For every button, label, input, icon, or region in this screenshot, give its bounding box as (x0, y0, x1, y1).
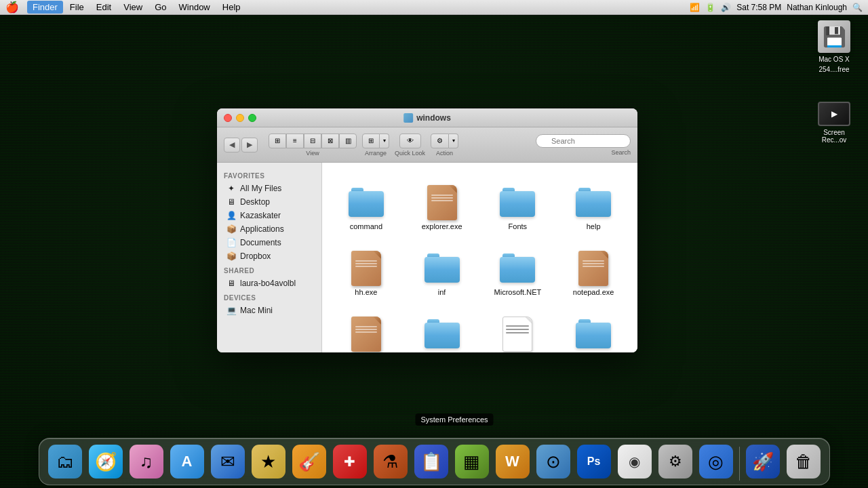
dock-finder[interactable]: 🗂 Finder (46, 443, 84, 481)
search-input[interactable] (536, 134, 631, 148)
clips-dock-icon: 📋 (414, 445, 448, 479)
dock-appstore[interactable]: A App Store (168, 443, 206, 481)
column-view-button[interactable]: ⊟ (304, 134, 321, 148)
file-hh-exe[interactable]: hh.exe (329, 235, 403, 300)
help-icon (576, 185, 611, 220)
quicklook-button[interactable]: 👁 (399, 134, 421, 148)
back-button[interactable]: ◀ (224, 138, 240, 152)
dock-photoshop[interactable]: Ps Photoshop (575, 443, 613, 481)
window-title: windows (403, 113, 451, 123)
sidebar-item-laura[interactable]: 🖥 laura-bo4avolbl (220, 277, 319, 290)
dock-ilife[interactable]: ★ iLife (250, 443, 288, 481)
sidebar-label-documents: Documents (240, 238, 281, 247)
sidebar-item-applications[interactable]: 📦 Applications (220, 222, 319, 236)
command-label: command (350, 222, 382, 231)
finder-titlebar: windows (217, 108, 637, 127)
appstore-dock-icon: A (170, 445, 204, 479)
arrange-section: ⊞ ▾ Arrange (362, 134, 389, 157)
action-button-split: ⚙ ▾ (431, 134, 458, 148)
disk-name: Mac OS X (818, 56, 850, 63)
menu-window[interactable]: Window (174, 1, 216, 14)
sidebar-item-kazaskater[interactable]: 👤 Kazaskater (220, 209, 319, 222)
menu-help[interactable]: Help (217, 1, 246, 14)
apple-menu[interactable]: 🍎 (5, 1, 19, 14)
dock-trash[interactable]: 🗑 Trash (785, 443, 823, 481)
file-explorer-exe[interactable]: explorer.exe (405, 169, 479, 234)
arrange-button[interactable]: ⊞ (362, 134, 380, 148)
menu-edit[interactable]: Edit (91, 1, 117, 14)
file-system32[interactable]: system32 (556, 301, 631, 352)
sidebar-item-mac-mini[interactable]: 💻 Mac Mini (220, 304, 319, 317)
file-notepad-exe[interactable]: notepad.exe (556, 235, 631, 300)
menu-go[interactable]: Go (149, 1, 172, 14)
sidebar-label-applications: Applications (240, 224, 284, 234)
dock-proxy[interactable]: ◎ Proxy (697, 443, 735, 481)
icon-view-button[interactable]: ⊞ (269, 134, 286, 148)
window-controls (224, 114, 256, 122)
applications-icon: 📦 (226, 224, 236, 234)
disk-icon-container[interactable]: 💾 Mac OS X 254....free (814, 20, 854, 73)
dock-fourcorners[interactable]: ✚ FourCorners (331, 443, 369, 481)
list-view-button[interactable]: ≡ (286, 134, 304, 148)
dock-container: 🗂 Finder 🧭 Safari ♫ iTunes A App Store ✉… (0, 427, 868, 488)
extra-view-button[interactable]: ▥ (339, 134, 357, 148)
maximize-button[interactable] (248, 114, 256, 122)
minimize-button[interactable] (236, 114, 244, 122)
steam-dock-icon: ⊙ (536, 445, 570, 479)
file-command[interactable]: command (329, 169, 403, 234)
dock-minecraft[interactable]: ▦ Minecraft (453, 443, 491, 481)
finder-sidebar: FAVORITES ✦ All My Files 🖥 Desktop 👤 Kaz… (217, 163, 322, 352)
system-ini-icon (500, 317, 535, 352)
action-dropdown[interactable]: ▾ (449, 134, 458, 148)
arrange-dropdown[interactable]: ▾ (380, 134, 389, 148)
disk-icon: 💾 (818, 20, 850, 53)
dock-safari[interactable]: 🧭 Safari (87, 443, 125, 481)
sidebar-item-desktop[interactable]: 🖥 Desktop (220, 195, 319, 209)
dock-unity[interactable]: ◉ Unity (616, 443, 654, 481)
file-inf[interactable]: inf (405, 235, 479, 300)
file-fonts[interactable]: Fonts (481, 169, 555, 234)
script-dock-icon: ⚗ (374, 445, 408, 479)
dock: 🗂 Finder 🧭 Safari ♫ iTunes A App Store ✉… (39, 438, 830, 485)
forward-button[interactable]: ▶ (241, 138, 258, 152)
wow-dock-icon: W (496, 445, 530, 479)
dock-script[interactable]: ⚗ Script Editor (372, 443, 410, 481)
shared-computer-icon: 🖥 (226, 279, 236, 288)
menu-view[interactable]: View (118, 1, 148, 14)
action-button[interactable]: ⚙ (431, 134, 449, 148)
spotlight-icon[interactable]: 🔍 (852, 3, 863, 12)
screenrec-container[interactable]: Screen Rec...ov (814, 102, 854, 144)
dock-steam[interactable]: ⊙ Steam (534, 443, 572, 481)
dock-clips[interactable]: 📋 Clips (412, 443, 450, 481)
dock-itunes[interactable]: ♫ iTunes (127, 443, 165, 481)
file-system-ini[interactable]: system.ini (481, 301, 555, 352)
regedit-exe-icon (349, 317, 384, 352)
dock-mail[interactable]: ✉ Mail (209, 443, 247, 481)
menu-file[interactable]: File (64, 1, 90, 14)
dock-wow[interactable]: W World of Warcraft (494, 443, 532, 481)
menu-finder[interactable]: Finder (27, 1, 63, 14)
notepad-exe-label: notepad.exe (573, 288, 614, 297)
garageband-dock-icon: 🎸 (292, 445, 326, 479)
sidebar-item-documents[interactable]: 📄 Documents (220, 236, 319, 249)
close-button[interactable] (224, 114, 232, 122)
file-regedit-exe[interactable]: regedit.exe (329, 301, 403, 352)
file-microsoft-net[interactable]: Microsoft.NET (481, 235, 555, 300)
dock-sysprefs[interactable]: ⚙ System Preferences (656, 443, 694, 481)
window-folder-icon (403, 113, 413, 123)
dock-launchpad[interactable]: 🚀 Launchpad (744, 443, 782, 481)
quicklook-section: 👁 Quick Look (395, 134, 425, 157)
notepad-exe-icon (576, 251, 611, 286)
dock-garageband[interactable]: 🎸 GarageBand (290, 443, 328, 481)
sidebar-item-dropbox[interactable]: 📦 Dropbox (220, 249, 319, 263)
cover-flow-button[interactable]: ⊠ (321, 134, 339, 148)
file-help[interactable]: help (556, 169, 631, 234)
arrange-label: Arrange (365, 150, 387, 157)
view-section: ⊞ ≡ ⊟ ⊠ ▥ View (269, 134, 357, 157)
dock-separator (739, 447, 740, 481)
file-system[interactable]: system (405, 301, 479, 352)
sidebar-item-all-my-files[interactable]: ✦ All My Files (220, 182, 319, 195)
action-label: Action (436, 150, 453, 157)
mail-dock-icon: ✉ (211, 445, 245, 479)
arrange-button-split: ⊞ ▾ (362, 134, 389, 148)
